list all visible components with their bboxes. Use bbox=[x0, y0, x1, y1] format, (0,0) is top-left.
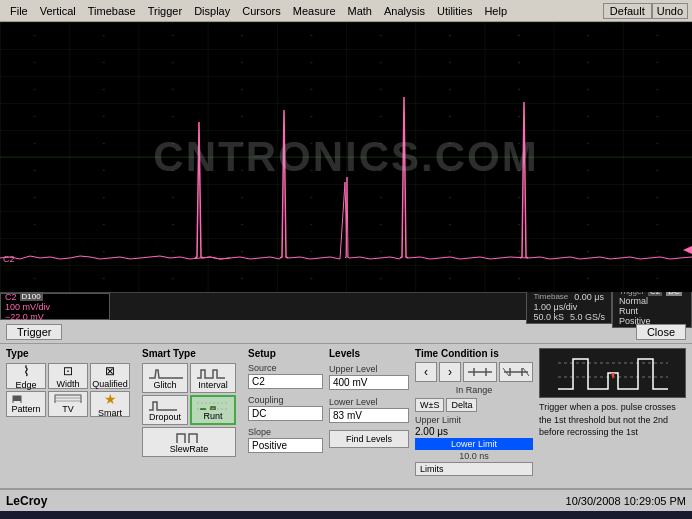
delta-button[interactable]: Delta bbox=[446, 398, 477, 412]
width-label: Width bbox=[56, 379, 79, 389]
runt-label: Runt bbox=[203, 411, 222, 421]
upper-level-value[interactable]: 400 mV bbox=[329, 375, 409, 390]
in-range-label: In Range bbox=[415, 385, 533, 395]
type-width-btn[interactable]: ⊡ Width bbox=[48, 363, 88, 389]
source-label: Source bbox=[248, 363, 323, 373]
lower-level-row: Lower Level 83 mV bbox=[329, 397, 409, 423]
description-text: Trigger when a pos. pulse crosses the 1s… bbox=[539, 401, 686, 439]
ch-scale: 100 mV/div bbox=[5, 302, 105, 312]
lower-level-label: Lower Level bbox=[329, 397, 409, 407]
scope-grid: C2 bbox=[0, 22, 692, 292]
outside-range-btn[interactable] bbox=[499, 362, 533, 382]
control-panel: Type ⌇ Edge ⊡ Width ⊠ Qualified Pattern bbox=[0, 344, 692, 489]
less-than-btn[interactable]: ‹ bbox=[415, 362, 437, 382]
trigger-type: Runt bbox=[619, 306, 685, 316]
menu-bar: File Vertical Timebase Trigger Display C… bbox=[0, 0, 692, 22]
timebase-info: Timebase 0.00 μs 1.00 μs/div 50.0 kS 5.0… bbox=[526, 293, 692, 320]
menu-measure[interactable]: Measure bbox=[287, 3, 342, 19]
qualified-icon: ⊠ bbox=[105, 364, 115, 378]
smart-type-section: Smart Type Glitch Interval Dropout bbox=[142, 348, 242, 484]
timebase-scale: 1.00 μs/div bbox=[533, 302, 577, 312]
menu-vertical[interactable]: Vertical bbox=[34, 3, 82, 19]
timebase-value: 0.00 μs bbox=[574, 292, 604, 302]
svg-rect-9 bbox=[55, 395, 81, 403]
brand-label: LeCroy bbox=[6, 494, 47, 508]
menu-file[interactable]: File bbox=[4, 3, 34, 19]
menu-cursors[interactable]: Cursors bbox=[236, 3, 287, 19]
menu-trigger[interactable]: Trigger bbox=[142, 3, 188, 19]
glitch-label: Glitch bbox=[153, 380, 176, 390]
coupling-row: Coupling DC bbox=[248, 395, 323, 421]
ul-upper-value: 2.00 μs bbox=[415, 426, 533, 437]
smart-label: Smart bbox=[98, 408, 122, 418]
menu-math[interactable]: Math bbox=[342, 3, 378, 19]
menu-help[interactable]: Help bbox=[478, 3, 513, 19]
setup-title: Setup bbox=[248, 348, 323, 359]
type-title: Type bbox=[6, 348, 136, 359]
glitch-icon bbox=[147, 366, 183, 379]
outside-range-icon bbox=[502, 364, 530, 380]
menu-utilities[interactable]: Utilities bbox=[431, 3, 478, 19]
smart-grid: Glitch Interval Dropout bbox=[142, 363, 242, 457]
arrow-buttons: ‹ › bbox=[415, 362, 533, 382]
pattern-label: Pattern bbox=[11, 404, 40, 414]
limits-button[interactable]: Limits bbox=[415, 462, 533, 476]
type-tv-btn[interactable]: TV bbox=[48, 391, 88, 417]
type-grid: ⌇ Edge ⊡ Width ⊠ Qualified Pattern bbox=[6, 363, 136, 417]
tv-icon bbox=[54, 394, 82, 403]
qualified-label: Qualified bbox=[92, 379, 128, 389]
close-button[interactable]: Close bbox=[636, 324, 686, 340]
smart-slewrate-btn[interactable]: SlewRate bbox=[142, 427, 236, 457]
slope-row: Slope Positive bbox=[248, 427, 323, 453]
dropout-label: Dropout bbox=[149, 412, 181, 422]
type-smart-btn[interactable]: ★ Smart bbox=[90, 391, 130, 417]
tv-label: TV bbox=[62, 404, 74, 414]
menu-analysis[interactable]: Analysis bbox=[378, 3, 431, 19]
lower-limit-badge: Lower Limit bbox=[415, 438, 533, 450]
lower-level-value[interactable]: 83 mV bbox=[329, 408, 409, 423]
source-row: Source C2 bbox=[248, 363, 323, 389]
undo-button[interactable]: Undo bbox=[652, 3, 688, 19]
range-btn[interactable] bbox=[463, 362, 497, 382]
smart-glitch-btn[interactable]: Glitch bbox=[142, 363, 188, 393]
slope-value[interactable]: Positive bbox=[248, 438, 323, 453]
type-section: Type ⌇ Edge ⊡ Width ⊠ Qualified Pattern bbox=[6, 348, 136, 484]
type-pattern-btn[interactable]: Pattern bbox=[6, 391, 46, 417]
datetime-label: 10/30/2008 10:29:05 PM bbox=[566, 495, 686, 507]
coupling-value[interactable]: DC bbox=[248, 406, 323, 421]
edge-icon: ⌇ bbox=[23, 363, 30, 379]
smart-runt-btn[interactable]: Runt bbox=[190, 395, 236, 425]
svg-text:C2: C2 bbox=[3, 254, 15, 264]
lower-limit-section: Upper Limit 2.00 μs Lower Limit 10.0 ns … bbox=[415, 415, 533, 476]
menu-display[interactable]: Display bbox=[188, 3, 236, 19]
status-bar: C2 D100 100 mV/div −22.0 mV Timebase 0.0… bbox=[0, 292, 692, 320]
timebase-samples: 50.0 kS bbox=[533, 312, 564, 322]
pulse-svg bbox=[553, 349, 673, 397]
dropout-icon bbox=[147, 398, 183, 411]
menu-timebase[interactable]: Timebase bbox=[82, 3, 142, 19]
source-value[interactable]: C2 bbox=[248, 374, 323, 389]
smart-interval-btn[interactable]: Interval bbox=[190, 363, 236, 393]
timebase-box: Timebase 0.00 μs 1.00 μs/div 50.0 kS 5.0… bbox=[526, 290, 612, 324]
ws-button[interactable]: W±S bbox=[415, 398, 444, 412]
time-condition-section: Time Condition is ‹ › bbox=[415, 348, 533, 484]
type-edge-btn[interactable]: ⌇ Edge bbox=[6, 363, 46, 389]
trigger-row: Trigger Close bbox=[0, 320, 692, 344]
upper-level-row: Upper Level 400 mV bbox=[329, 364, 409, 390]
edge-label: Edge bbox=[15, 380, 36, 390]
pulse-preview: Trigger when a pos. pulse crosses the 1s… bbox=[539, 348, 686, 484]
coupling-label: Coupling bbox=[248, 395, 323, 405]
time-condition-title: Time Condition is bbox=[415, 348, 533, 359]
slewrate-icon bbox=[171, 430, 207, 443]
lower-limit-value: 10.0 ns bbox=[415, 451, 533, 461]
timebase-rate: 5.0 GS/s bbox=[570, 312, 605, 322]
greater-than-btn[interactable]: › bbox=[439, 362, 461, 382]
type-qualified-btn[interactable]: ⊠ Qualified bbox=[90, 363, 130, 389]
smart-dropout-btn[interactable]: Dropout bbox=[142, 395, 188, 425]
pulse-canvas bbox=[539, 348, 686, 398]
ul-upper-label: Upper Limit bbox=[415, 415, 533, 425]
upper-level-label: Upper Level bbox=[329, 364, 409, 374]
trigger-button[interactable]: Trigger bbox=[6, 324, 62, 340]
default-button[interactable]: Default bbox=[603, 3, 652, 19]
find-levels-button[interactable]: Find Levels bbox=[329, 430, 409, 448]
